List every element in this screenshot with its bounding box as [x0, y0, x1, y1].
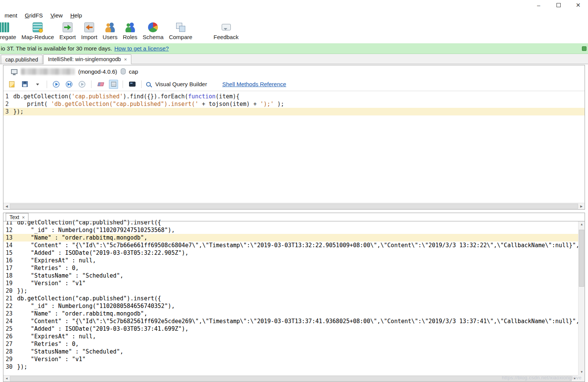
new-script-icon[interactable]	[7, 80, 16, 89]
shell-toolbar: Visual Query Builder Shell Methods Refer…	[3, 77, 585, 91]
clear-icon[interactable]	[96, 80, 105, 89]
export-icon	[63, 22, 73, 32]
database-icon	[121, 68, 126, 74]
shell-editor[interactable]: 1db.getCollection('cap.published').find(…	[3, 91, 585, 203]
server-name-redacted	[21, 68, 75, 75]
output-line-19: 19 "Version" : "v1"	[3, 279, 578, 287]
scrollbar-thumb[interactable]	[10, 204, 578, 209]
menu-item-view[interactable]: View	[47, 11, 66, 20]
output-line-18: 18 "StatusName" : "Scheduled",	[3, 272, 578, 279]
output-line-21: 21db.getCollection("cap.published").inse…	[3, 295, 578, 302]
output-line-24: 24 "Content" : "{\"Id\":\"5c7b682561ff69…	[3, 317, 578, 325]
compare-icon	[176, 22, 186, 32]
maximize-button[interactable]	[549, 0, 568, 10]
run-statement-icon[interactable]	[65, 80, 74, 89]
query-builder-icon	[146, 82, 151, 87]
run-selection-icon[interactable]	[77, 80, 87, 89]
toolbar-separator	[141, 81, 142, 88]
output-line-16: 16 "ExpiresAt" : null,	[3, 257, 578, 264]
output-line-29: 29 "Version" : "v1"	[3, 355, 578, 363]
toggle-result-icon[interactable]	[109, 80, 118, 89]
menu-bar: mentGridFSViewHelp	[0, 10, 588, 21]
scroll-left-icon[interactable]: ◀	[3, 376, 10, 382]
save-icon[interactable]	[20, 80, 29, 89]
toolbar-button-users[interactable]: Users	[100, 22, 120, 41]
server-icon	[11, 69, 17, 74]
output-panel: Text × 11db.getCollection("cap.published…	[3, 213, 585, 382]
output-lines: 11db.getCollection("cap.published").inse…	[3, 219, 578, 371]
license-link[interactable]: How to get a license?	[114, 45, 169, 52]
toolbar-button-roles[interactable]: Roles	[120, 22, 140, 41]
output-line-25: 25 "Added" : ISODate("2019-03-03T05:37:4…	[3, 325, 578, 333]
menu-item-help[interactable]: Help	[66, 11, 86, 20]
toolbar-separator	[47, 81, 47, 88]
menu-item-ment[interactable]: ment	[1, 11, 21, 20]
tab-close-icon[interactable]: ×	[124, 57, 127, 62]
app-window: – × mentGridFSViewHelp regateMap-ReduceE…	[0, 0, 588, 382]
close-button[interactable]: ×	[568, 0, 588, 10]
shell-methods-reference-link[interactable]: Shell Methods Reference	[222, 81, 286, 87]
feedback-icon	[221, 22, 231, 32]
output-line-12: 12 "_id" : NumberLong("11020792475102535…	[3, 226, 578, 234]
toolbar-button-map-reduce[interactable]: Map-Reduce	[19, 22, 57, 41]
scrollbar-thumb[interactable]	[10, 376, 572, 381]
output-line-15: 15 "Added" : ISODate("2019-03-03T05:32:2…	[3, 249, 578, 257]
tab-bar: cap.publishedIntelliShell: win-singlemon…	[0, 54, 588, 64]
output-tab-close-icon[interactable]: ×	[22, 215, 25, 220]
output-line-20: 20});	[3, 287, 578, 295]
menu-item-gridfs[interactable]: GridFS	[21, 11, 47, 20]
intellishell-panel: (mongod-4.0.6) cap Visual Query Builder …	[3, 65, 585, 210]
toolbar-button-compare[interactable]: Compare	[166, 22, 195, 41]
main-toolbar: regateMap-ReduceExportImportUsersRolesSc…	[0, 21, 588, 43]
aggregate-icon	[0, 22, 9, 32]
editor-horizontal-scrollbar[interactable]: ◀ ▶	[3, 203, 585, 209]
tab-intellishell-win-singlemongodb[interactable]: IntelliShell: win-singlemongodb×	[43, 54, 131, 64]
maximize-icon	[556, 3, 561, 7]
console-icon[interactable]	[128, 80, 137, 89]
run-all-icon[interactable]	[52, 80, 61, 89]
scroll-up-icon[interactable]: ▲	[579, 221, 585, 227]
scroll-right-icon[interactable]: ▶	[578, 203, 585, 209]
minimize-button[interactable]: –	[529, 0, 549, 10]
database-name: cap	[129, 68, 138, 75]
trial-banner: io 3T. The trial is available for 30 mor…	[0, 43, 588, 54]
output-line-30: 30});	[3, 363, 578, 371]
server-version: (mongod-4.0.6)	[78, 68, 117, 75]
output-line-27: 27 "Retries" : 0,	[3, 340, 578, 348]
toolbar-button-schema[interactable]: Schema	[140, 22, 166, 41]
watermark: https://blog.csdn.net/xiaoxiongtove	[502, 374, 582, 382]
toolbar-button-aggregate[interactable]: regate	[0, 22, 19, 41]
toolbar-button-feedback[interactable]: Feedback	[211, 22, 241, 41]
toolbar-button-export[interactable]: Export	[57, 22, 78, 41]
title-bar: – ×	[0, 0, 588, 10]
editor-line-1[interactable]: 1db.getCollection('cap.published').find(…	[3, 93, 585, 100]
toolbar-separator	[123, 81, 123, 88]
visual-query-builder-button[interactable]: Visual Query Builder	[155, 81, 207, 87]
scroll-left-icon[interactable]: ◀	[3, 203, 10, 209]
shell-toolbar-icons	[7, 80, 137, 89]
banner-arrow-icon[interactable]	[582, 46, 586, 51]
panel-splitter[interactable]	[0, 210, 588, 213]
output-tab-text[interactable]: Text ×	[6, 213, 28, 221]
output-line-26: 26 "ExpiresAt" : null,	[3, 333, 578, 340]
output-line-23: 23 "Name" : "order.rabbitmq.mongodb",	[3, 310, 578, 317]
trial-banner-text: io 3T. The trial is available for 30 mor…	[1, 45, 112, 52]
toolbar-button-import[interactable]: Import	[79, 22, 100, 41]
save-dropdown-icon[interactable]	[33, 80, 42, 89]
editor-line-2[interactable]: 2 print( 'db.getCollection("cap.publishe…	[3, 100, 585, 108]
output-tab-label: Text	[9, 213, 19, 221]
output-line-22: 22 "_id" : NumberLong("11020805846567403…	[3, 302, 578, 310]
output-text-area[interactable]: 11db.getCollection("cap.published").inse…	[3, 213, 578, 375]
toolbar-separator	[91, 81, 91, 88]
editor-lines: 1db.getCollection('cap.published').find(…	[3, 93, 585, 115]
map-reduce-icon	[33, 22, 43, 32]
output-line-28: 28 "StatusName" : "Scheduled",	[3, 348, 578, 355]
output-line-17: 17 "Retries" : 0,	[3, 264, 578, 272]
roles-icon	[125, 22, 135, 32]
output-horizontal-scrollbar[interactable]: ◀ ▶	[3, 375, 578, 382]
import-icon	[84, 22, 94, 32]
output-vertical-scrollbar[interactable]: ▲ ▼	[578, 221, 585, 375]
tab-cap-published[interactable]: cap.published	[1, 55, 43, 64]
scrollbar-thumb[interactable]	[579, 230, 584, 287]
editor-line-3[interactable]: 3});	[3, 108, 585, 115]
